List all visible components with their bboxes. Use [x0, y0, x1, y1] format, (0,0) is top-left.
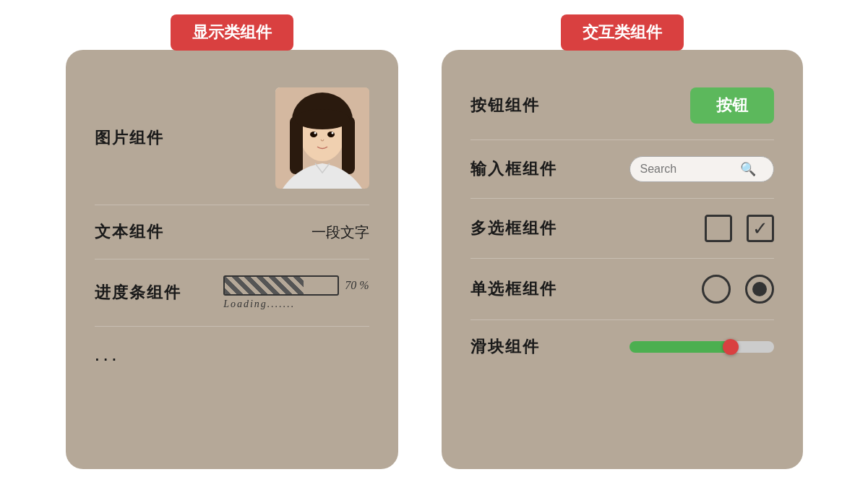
svg-point-7 [327, 132, 335, 137]
button-row-label: 按钮组件 [470, 95, 540, 116]
checkbox-unchecked[interactable] [705, 215, 732, 242]
radio-row: 单选框组件 [470, 259, 774, 319]
search-icon: 🔍 [740, 161, 756, 177]
radio-checked[interactable] [745, 275, 774, 304]
radio-group [702, 275, 774, 304]
right-card: 按钮组件 按钮 输入框组件 🔍 多选框组件 ✓ 单选框 [442, 50, 803, 469]
more-row: ... [95, 327, 369, 382]
checkbox-row: 多选框组件 ✓ [470, 199, 774, 258]
input-row: 输入框组件 🔍 [470, 140, 774, 198]
svg-point-9 [331, 132, 333, 134]
checkbox-checked[interactable]: ✓ [747, 215, 774, 242]
portrait-image [275, 87, 369, 189]
right-section: 交互类组件 按钮组件 按钮 输入框组件 🔍 多选框组件 ✓ [442, 14, 803, 469]
progress-bar-fill [225, 277, 304, 294]
progress-area: 70 % Loading....... [223, 275, 369, 310]
progress-bar-wrapper: 70 % [223, 275, 369, 296]
progress-percent: 70 % [345, 279, 369, 292]
checkmark-icon: ✓ [752, 219, 768, 238]
progress-bar-outer [223, 275, 339, 296]
button-row: 按钮组件 按钮 [470, 72, 774, 139]
left-section-title: 显示类组件 [171, 14, 293, 51]
text-value: 一段文字 [311, 223, 369, 242]
slider-thumb[interactable] [723, 339, 739, 355]
checkbox-group: ✓ [705, 215, 774, 242]
radio-dot [752, 282, 767, 296]
slider-row-label: 滑块组件 [470, 336, 540, 358]
slider-track[interactable] [629, 341, 774, 353]
loading-text: Loading....... [223, 299, 295, 310]
portrait-svg [275, 87, 369, 189]
svg-point-6 [310, 132, 317, 137]
slider-row: 滑块组件 [470, 320, 774, 374]
search-input-wrap[interactable]: 🔍 [629, 156, 774, 182]
action-button[interactable]: 按钮 [690, 87, 774, 124]
image-row: 图片组件 [95, 72, 369, 205]
progress-row: 进度条组件 70 % Loading....... [95, 259, 369, 326]
text-row: 文本组件 一段文字 [95, 205, 369, 259]
radio-unchecked[interactable] [702, 275, 731, 304]
search-input[interactable] [640, 163, 734, 176]
right-section-title: 交互类组件 [561, 14, 684, 51]
image-label: 图片组件 [95, 127, 164, 149]
text-label: 文本组件 [95, 221, 164, 243]
radio-row-label: 单选框组件 [470, 278, 557, 300]
left-section: 显示类组件 图片组件 [66, 14, 398, 469]
left-card: 图片组件 [66, 50, 398, 469]
progress-label: 进度条组件 [95, 282, 181, 304]
input-row-label: 输入框组件 [470, 158, 557, 180]
checkbox-row-label: 多选框组件 [470, 218, 557, 239]
svg-point-5 [295, 109, 350, 129]
ellipsis-label: ... [95, 343, 120, 366]
svg-point-8 [314, 132, 316, 134]
